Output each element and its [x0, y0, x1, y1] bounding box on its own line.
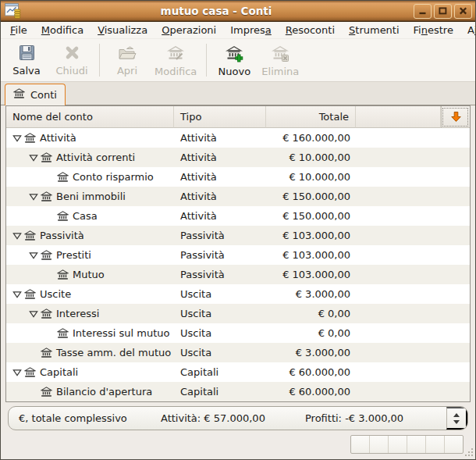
- summary-bar: €, totale complessivo Attività: € 57.000…: [8, 406, 468, 430]
- account-name: Interessi: [56, 308, 99, 319]
- account-name: Attività correnti: [56, 152, 135, 163]
- account-row[interactable]: Prestiti Passività € 103.000,00: [6, 245, 470, 265]
- window-title: mutuo casa - Conti: [21, 5, 411, 17]
- bank-icon: [24, 133, 36, 143]
- menu-operazioni[interactable]: Operazioni: [155, 23, 223, 37]
- account-row[interactable]: Conto risparmio Attività € 10.000,00: [6, 167, 470, 187]
- account-row[interactable]: Bilancio d'apertura Capitali € 60.000,00: [6, 382, 470, 401]
- bank-icon: [41, 191, 52, 201]
- column-options-button[interactable]: [441, 106, 470, 128]
- menu-resoconti[interactable]: Resoconti: [279, 23, 342, 37]
- account-row[interactable]: Interessi sul mutuo Uscita € 0,00: [6, 323, 470, 343]
- expander-icon[interactable]: [26, 193, 41, 201]
- account-name-cell: Tasse amm. del mutuo: [6, 347, 174, 358]
- titlebar[interactable]: mutuo casa - Conti: [1, 1, 475, 22]
- column-header-label: Nome del conto: [12, 111, 93, 123]
- close-tab-icon: [63, 44, 81, 64]
- account-name-cell: Attività correnti: [6, 152, 174, 163]
- menu-modifica[interactable]: Modifica: [34, 23, 91, 37]
- account-row[interactable]: Beni immobili Attività € 150.000,00: [6, 187, 470, 206]
- toolbar-button-label: Chiudi: [55, 65, 87, 77]
- account-row[interactable]: Attività correnti Attività € 10.000,00: [6, 148, 470, 167]
- menu-strumenti[interactable]: Strumenti: [342, 23, 407, 37]
- expander-icon[interactable]: [9, 232, 24, 240]
- account-type: Attività: [174, 152, 266, 163]
- account-row[interactable]: Tasse amm. del mutuo Uscita € 3.000,00: [6, 343, 470, 362]
- account-name-cell: Passività: [6, 230, 174, 241]
- bank-icon: [24, 289, 36, 299]
- account-name: Tasse amm. del mutuo: [56, 347, 171, 358]
- account-type: Capitali: [174, 366, 266, 378]
- toolbar-salva-button[interactable]: Salva: [4, 41, 49, 80]
- summary-assets: Attività: € 57.000,00: [161, 412, 305, 424]
- account-type: Uscita: [174, 327, 266, 339]
- menu-impresa[interactable]: Impresa: [223, 23, 279, 37]
- account-name: Attività: [40, 132, 76, 144]
- expander-icon[interactable]: [26, 154, 41, 162]
- expander-icon[interactable]: [26, 310, 41, 318]
- account-name-cell: Capitali: [6, 366, 174, 378]
- account-row[interactable]: Passività Passività € 103.000,00: [6, 226, 470, 245]
- account-row[interactable]: Interessi Uscita € 0,00: [6, 304, 470, 323]
- bank-icon: [24, 367, 36, 377]
- expander-icon[interactable]: [9, 369, 24, 376]
- column-header-filler: [356, 106, 441, 128]
- account-row[interactable]: Attività Attività € 160.000,00: [6, 128, 470, 148]
- bank-icon: [41, 250, 52, 260]
- account-total: € 103.000,00: [266, 269, 356, 280]
- bank-icon: [41, 308, 52, 319]
- account-type: Attività: [174, 191, 266, 202]
- account-type: Uscita: [174, 288, 266, 300]
- accounts-table-body: Attività Attività € 160.000,00 Attività …: [6, 128, 470, 401]
- account-name: Passività: [40, 230, 84, 241]
- account-total: € 60.000,00: [266, 386, 356, 398]
- accounts-table-header: Nome del conto Tipo Totale: [6, 106, 470, 128]
- menu-visualizza[interactable]: Visualizza: [91, 23, 155, 37]
- minimize-button[interactable]: [414, 4, 432, 19]
- expander-icon[interactable]: [9, 134, 24, 142]
- account-name-cell: Casa: [6, 210, 174, 222]
- account-name: Mutuo: [73, 269, 105, 280]
- summary-total-label: €, totale complessivo: [9, 412, 161, 424]
- toolbar-button-label: Apri: [117, 65, 137, 77]
- account-total: € 10.000,00: [266, 171, 356, 183]
- account-row[interactable]: Uscite Uscita € 3.000,00: [6, 284, 470, 304]
- account-row[interactable]: Capitali Capitali € 60.000,00: [6, 362, 470, 382]
- account-name-cell: Prestiti: [6, 249, 174, 261]
- expander-icon[interactable]: [26, 251, 41, 259]
- bank-icon: [57, 328, 69, 338]
- column-header-account-name[interactable]: Nome del conto: [6, 106, 174, 128]
- account-type: Passività: [174, 269, 266, 280]
- gnucash-app-icon: [5, 3, 21, 19]
- toolbar-apri-button: Apri: [105, 41, 150, 80]
- account-name: Interessi sul mutuo: [73, 327, 169, 339]
- account-name: Bilancio d'apertura: [56, 386, 152, 398]
- summary-stepper[interactable]: [446, 407, 467, 430]
- close-button[interactable]: [454, 4, 472, 19]
- account-row[interactable]: Mutuo Passività € 103.000,00: [6, 265, 470, 284]
- account-type: Passività: [174, 230, 266, 241]
- maximize-button[interactable]: [434, 4, 452, 19]
- account-name: Casa: [73, 210, 98, 222]
- progress-segment: [351, 436, 370, 453]
- column-header-type[interactable]: Tipo: [174, 106, 266, 128]
- menu-aiuto[interactable]: Aiuto: [460, 23, 476, 37]
- tab-conti[interactable]: Conti: [5, 84, 66, 105]
- account-row[interactable]: Casa Attività € 150.000,00: [6, 206, 470, 226]
- menu-file[interactable]: File: [3, 23, 34, 37]
- toolbar-nuovo-button[interactable]: Nuovo: [211, 41, 257, 80]
- account-total: € 3.000,00: [266, 288, 356, 300]
- account-type: Passività: [174, 249, 266, 261]
- account-name-cell: Beni immobili: [6, 191, 174, 202]
- menu-finestre[interactable]: Finestre: [407, 23, 460, 37]
- account-total: € 150.000,00: [266, 191, 356, 202]
- column-header-total[interactable]: Totale: [266, 106, 356, 128]
- toolbar-separator: [206, 44, 207, 77]
- account-type: Capitali: [174, 386, 266, 398]
- tab-bar: Conti: [1, 82, 475, 105]
- delete-account-icon: [271, 44, 290, 65]
- toolbar-separator: [99, 44, 100, 77]
- resize-grip-icon[interactable]: [464, 448, 474, 457]
- expander-icon[interactable]: [9, 291, 24, 298]
- account-type: Attività: [174, 171, 266, 183]
